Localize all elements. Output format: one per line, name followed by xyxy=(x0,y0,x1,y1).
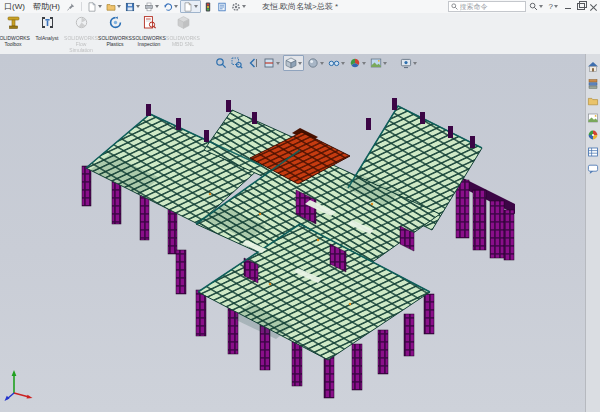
search-options-button[interactable] xyxy=(526,1,546,12)
chevron-down-icon xyxy=(298,62,302,65)
close-button[interactable] xyxy=(587,1,600,12)
previous-view-button[interactable] xyxy=(246,56,260,70)
menu-help[interactable]: 帮助(H) xyxy=(29,1,64,12)
display-style-button[interactable] xyxy=(306,56,325,70)
search-icon xyxy=(451,3,458,10)
flow-simulation-icon xyxy=(74,15,89,30)
model-canvas[interactable] xyxy=(0,54,585,412)
tolanalyst-icon xyxy=(40,15,55,30)
assembly-model[interactable] xyxy=(82,98,515,398)
zoom-area-button[interactable] xyxy=(230,56,244,70)
view-settings-icon xyxy=(400,57,412,69)
chevron-down-icon xyxy=(155,5,159,8)
reference-triad xyxy=(3,368,37,402)
inspection-icon xyxy=(142,15,157,30)
addin-solidworks-plastics[interactable]: SOLIDWORKS Plastics xyxy=(98,15,132,54)
save-icon xyxy=(125,2,135,12)
open-icon xyxy=(106,2,116,12)
save-button[interactable] xyxy=(123,1,142,12)
undo-icon xyxy=(163,2,173,12)
chevron-down-icon xyxy=(117,5,121,8)
hide-show-items-button[interactable] xyxy=(327,56,346,70)
file-properties-icon xyxy=(217,2,227,12)
forum-icon xyxy=(587,163,599,175)
new-file-button[interactable] xyxy=(85,1,104,12)
chevron-down-icon xyxy=(341,62,345,65)
previous-view-icon xyxy=(247,57,259,69)
print-icon xyxy=(144,2,154,12)
tab-design-library[interactable] xyxy=(587,77,600,90)
file-properties-button[interactable] xyxy=(215,1,229,12)
tab-view-palette[interactable] xyxy=(587,111,600,124)
tab-appearances-scenes[interactable] xyxy=(587,128,600,141)
title-bar: 口(W) 帮助(H) xyxy=(0,0,600,14)
zoom-area-icon xyxy=(231,57,243,69)
toolbox-icon xyxy=(6,15,21,30)
mbd-icon xyxy=(176,15,191,30)
edit-appearance-button[interactable] xyxy=(348,56,367,70)
view-settings-button[interactable] xyxy=(399,56,418,70)
addin-label: SOLIDWORKS Inspection xyxy=(132,35,166,47)
addin-flow-simulation: SOLIDWORKS Flow Simulation xyxy=(64,15,98,54)
chevron-down-icon xyxy=(554,5,558,8)
document-title: 友恒.欧尚名城>总装 * xyxy=(262,1,338,12)
help-label: ? xyxy=(549,2,553,11)
resources-home-icon xyxy=(587,61,599,73)
chevron-down-icon xyxy=(194,5,198,8)
tab-forum[interactable] xyxy=(587,162,600,175)
menu-window[interactable]: 口(W) xyxy=(0,1,29,12)
graphics-viewport[interactable] xyxy=(0,54,600,412)
close-icon xyxy=(590,3,597,10)
rebuild-traffic-light-icon xyxy=(203,2,213,12)
addin-label: SOLIDWORKS Toolbox xyxy=(0,35,30,47)
tab-file-explorer[interactable] xyxy=(587,94,600,107)
addin-solidworks-mbd: SOLIDWORKS MBD SNL xyxy=(166,15,200,54)
addin-tolanalyst[interactable]: TolAnalyst xyxy=(30,15,64,54)
solidworks-window: 口(W) 帮助(H) xyxy=(0,0,600,412)
tab-solidworks-resources[interactable] xyxy=(587,60,600,73)
restore-icon xyxy=(577,3,585,10)
select-button[interactable] xyxy=(180,0,201,13)
magnifier-icon xyxy=(529,2,538,11)
chevron-down-icon xyxy=(320,62,324,65)
chevron-down-icon xyxy=(383,62,387,65)
zoom-fit-button[interactable] xyxy=(214,56,228,70)
new-file-icon xyxy=(87,2,97,12)
apply-scene-button[interactable] xyxy=(369,56,388,70)
minimize-button[interactable] xyxy=(561,1,574,12)
pushpin-icon[interactable] xyxy=(67,3,75,11)
open-button[interactable] xyxy=(104,1,123,12)
tab-custom-properties[interactable] xyxy=(587,145,600,158)
zoom-fit-icon xyxy=(215,57,227,69)
hide-show-items-icon xyxy=(328,57,340,69)
addin-solidworks-toolbox[interactable]: SOLIDWORKS Toolbox xyxy=(0,15,30,54)
chevron-down-icon xyxy=(136,5,140,8)
file-explorer-icon xyxy=(587,95,599,107)
edit-appearance-icon xyxy=(349,57,361,69)
options-gear-icon xyxy=(231,2,241,12)
help-button[interactable]: ? xyxy=(546,1,561,12)
design-library-icon xyxy=(587,78,599,90)
options-button[interactable] xyxy=(229,1,248,12)
apply-scene-icon xyxy=(370,57,382,69)
chevron-down-icon xyxy=(242,5,246,8)
print-button[interactable] xyxy=(142,1,161,12)
plastics-icon xyxy=(108,15,123,30)
addin-label: TolAnalyst xyxy=(30,35,64,41)
minimize-icon xyxy=(565,8,571,9)
select-icon xyxy=(183,2,193,12)
chevron-down-icon xyxy=(362,62,366,65)
rebuild-button[interactable] xyxy=(201,1,215,12)
task-pane xyxy=(585,54,600,412)
formwork-columns-right xyxy=(455,174,515,260)
addin-label: SOLIDWORKS Flow Simulation xyxy=(64,35,98,53)
chevron-down-icon xyxy=(276,62,280,65)
restore-button[interactable] xyxy=(574,1,587,12)
addin-solidworks-inspection[interactable]: SOLIDWORKS Inspection xyxy=(132,15,166,54)
undo-button[interactable] xyxy=(161,1,180,12)
addin-label: SOLIDWORKS MBD SNL xyxy=(166,35,200,47)
section-view-button[interactable] xyxy=(262,56,281,70)
search-input[interactable]: 搜索命令 xyxy=(448,1,526,12)
quick-access-toolbar xyxy=(85,0,248,13)
view-orientation-button[interactable] xyxy=(283,55,304,71)
